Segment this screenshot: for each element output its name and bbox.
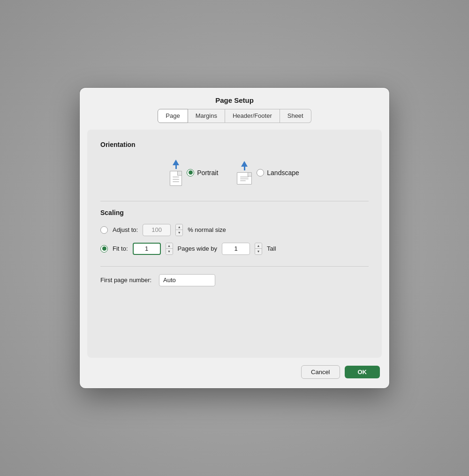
tab-header-footer[interactable]: Header/Footer bbox=[225, 109, 280, 123]
dialog-backdrop: Page Setup Page Margins Header/Footer Sh… bbox=[0, 0, 469, 476]
cancel-button[interactable]: Cancel bbox=[301, 365, 340, 379]
orientation-options: Portrait bbox=[100, 156, 369, 190]
fit-to-wide-spinner-up[interactable]: ▲ bbox=[166, 243, 173, 249]
tab-bar: Page Margins Header/Footer Sheet bbox=[80, 109, 389, 130]
page-line bbox=[240, 180, 246, 181]
landscape-page-icon bbox=[237, 172, 252, 184]
adjust-to-spinner-up[interactable]: ▲ bbox=[176, 224, 182, 230]
landscape-arrow-shaft bbox=[244, 167, 245, 170]
page-line bbox=[240, 177, 249, 177]
portrait-radio-label: Portrait bbox=[187, 169, 218, 177]
tall-label: Tall bbox=[267, 245, 276, 252]
landscape-option[interactable]: Landscape bbox=[237, 161, 299, 184]
landscape-radio[interactable] bbox=[257, 169, 264, 177]
fit-to-row: Fit to: ▲ ▼ Pages wide by ▲ ▼ Tall bbox=[100, 243, 369, 255]
first-page-input[interactable] bbox=[159, 274, 215, 286]
portrait-arrow-head bbox=[173, 160, 179, 165]
fit-to-tall-spinner-up[interactable]: ▲ bbox=[255, 243, 262, 249]
tab-sheet[interactable]: Sheet bbox=[280, 109, 311, 123]
landscape-page-lines bbox=[240, 177, 249, 181]
adjust-to-input[interactable] bbox=[143, 224, 171, 236]
dialog-title: Page Setup bbox=[80, 88, 389, 109]
adjust-to-suffix: % normal size bbox=[188, 226, 226, 233]
scaling-section: Scaling Adjust to: ▲ ▼ % normal size Fit… bbox=[100, 209, 369, 255]
page-line bbox=[240, 178, 249, 179]
adjust-to-spinner-down[interactable]: ▼ bbox=[176, 230, 182, 236]
dialog-buttons: Cancel OK bbox=[80, 358, 389, 388]
portrait-arrow-shaft bbox=[175, 165, 177, 169]
landscape-icon-group bbox=[237, 161, 252, 184]
orientation-section: Orientation bbox=[100, 141, 369, 190]
portrait-radio[interactable] bbox=[187, 169, 194, 177]
adjust-to-spinner[interactable]: ▲ ▼ bbox=[175, 224, 183, 236]
fit-to-wide-spinner[interactable]: ▲ ▼ bbox=[166, 243, 173, 255]
divider-1 bbox=[100, 201, 369, 201]
portrait-option[interactable]: Portrait bbox=[170, 160, 218, 186]
fit-to-wide-input[interactable] bbox=[133, 243, 161, 255]
portrait-page-icon bbox=[170, 171, 182, 186]
tab-margins[interactable]: Margins bbox=[188, 109, 225, 123]
page-line bbox=[173, 177, 179, 177]
adjust-to-radio[interactable] bbox=[100, 226, 108, 234]
divider-2 bbox=[100, 266, 369, 267]
fit-to-tall-spinner-down[interactable]: ▼ bbox=[255, 249, 262, 254]
scaling-title: Scaling bbox=[100, 209, 369, 216]
portrait-label: Portrait bbox=[197, 169, 218, 177]
portrait-arrow bbox=[173, 160, 179, 170]
tab-page[interactable]: Page bbox=[158, 109, 188, 123]
page-line bbox=[173, 179, 179, 180]
dialog-content: Orientation bbox=[87, 130, 382, 358]
page-line bbox=[173, 181, 179, 182]
first-page-label: First page number: bbox=[100, 276, 151, 284]
fit-to-radio[interactable] bbox=[100, 245, 108, 253]
fit-to-label: Fit to: bbox=[113, 245, 128, 252]
fit-to-wide-spinner-down[interactable]: ▼ bbox=[166, 249, 173, 254]
ok-button[interactable]: OK bbox=[345, 366, 380, 378]
landscape-label: Landscape bbox=[267, 169, 299, 177]
first-page-section: First page number: bbox=[100, 274, 369, 286]
portrait-page-lines bbox=[173, 177, 179, 182]
adjust-to-row: Adjust to: ▲ ▼ % normal size bbox=[100, 224, 369, 236]
adjust-to-label: Adjust to: bbox=[113, 226, 138, 233]
orientation-title: Orientation bbox=[100, 141, 369, 148]
fit-to-tall-input[interactable] bbox=[222, 243, 250, 255]
landscape-radio-label: Landscape bbox=[257, 169, 299, 177]
portrait-icon-group bbox=[170, 160, 182, 186]
pages-wide-label: Pages wide by bbox=[178, 245, 218, 252]
fit-to-tall-spinner[interactable]: ▲ ▼ bbox=[255, 243, 262, 255]
landscape-arrow-head bbox=[241, 161, 248, 167]
landscape-arrow bbox=[241, 161, 248, 171]
page-setup-dialog: Page Setup Page Margins Header/Footer Sh… bbox=[80, 88, 389, 388]
